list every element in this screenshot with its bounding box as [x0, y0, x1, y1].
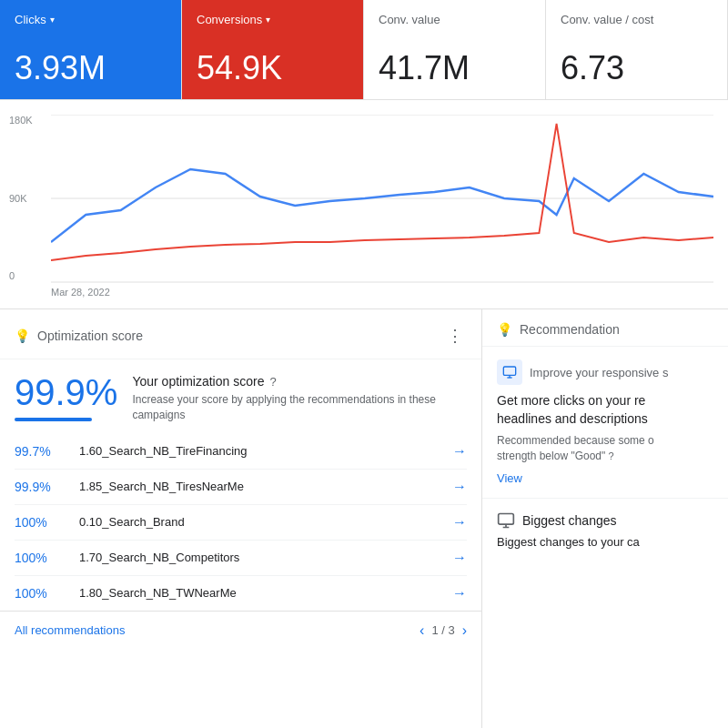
blue-line [51, 169, 713, 242]
rec-card-subtitle: Recommended because some ostrength below… [497, 433, 713, 464]
campaign-name: 1.80_Search_NB_TWNearMe [79, 586, 438, 600]
chart-x-label: Mar 28, 2022 [51, 287, 713, 298]
campaign-arrow-icon[interactable]: → [452, 585, 467, 602]
clicks-label: Clicks ▾ [15, 13, 167, 26]
rec-card-title: Get more clicks on your reheadlines and … [497, 392, 713, 428]
campaign-row[interactable]: 100%1.80_Search_NB_TWNearMe→ [15, 576, 467, 611]
conv-value-cost-label: Conv. value / cost [561, 13, 713, 26]
clicks-value: 3.93M [15, 50, 167, 86]
opt-score-container: 99.9% [15, 374, 117, 421]
campaign-score: 100% [15, 586, 65, 601]
y-label-bot: 0 [9, 270, 33, 281]
opt-score-title: Your optimization score ? [132, 374, 467, 389]
line-chart-svg [51, 115, 713, 283]
metric-clicks[interactable]: Clicks ▾ 3.93M [0, 0, 182, 99]
campaign-row[interactable]: 100%1.70_Search_NB_Competitors→ [15, 541, 467, 576]
conv-value-value: 41.7M [379, 50, 531, 86]
opt-more-options-button[interactable]: ⋮ [443, 322, 467, 349]
metrics-bar: Clicks ▾ 3.93M Conversions ▾ 54.9K Conv.… [0, 0, 728, 100]
opt-score-description: Your optimization score ? Increase your … [132, 374, 467, 423]
bulb-icon: 💡 [15, 329, 30, 343]
svg-rect-3 [503, 367, 515, 375]
pagination-text: 1 / 3 [431, 623, 454, 637]
pagination-controls: ‹ 1 / 3 › [420, 622, 467, 639]
opt-score-bar-bg [15, 418, 92, 421]
chart-container: 180K 90K 0 Mar 28, 2022 [0, 100, 728, 309]
svg-rect-6 [499, 513, 514, 524]
recommendation-panel: 💡 Recommendation Improve your responsive… [482, 309, 728, 728]
rec-bulb-icon: 💡 [497, 322, 512, 337]
chart-y-labels: 180K 90K 0 [9, 115, 33, 281]
chart-area [51, 115, 713, 283]
campaign-name: 0.10_Search_Brand [79, 515, 438, 529]
next-page-button[interactable]: › [462, 622, 467, 639]
rec-card-type: Improve your responsive s [530, 366, 668, 379]
conversions-label: Conversions ▾ [197, 13, 349, 26]
clicks-chevron-icon: ▾ [50, 15, 55, 25]
campaign-score: 100% [15, 551, 65, 565]
campaign-arrow-icon[interactable]: → [452, 443, 467, 460]
all-recommendations-bar: All recommendations ‹ 1 / 3 › [0, 611, 481, 650]
campaign-score: 100% [15, 515, 65, 530]
help-icon: ? [269, 375, 276, 389]
campaign-row[interactable]: 99.9%1.85_Search_NB_TiresNearMe→ [15, 470, 467, 505]
rec-card: Improve your responsive s Get more click… [482, 347, 728, 499]
opt-section-title: Optimization score [37, 329, 143, 343]
optimization-panel: 💡 Optimization score ⋮ 99.9% Your optimi… [0, 309, 482, 728]
conv-value-label: Conv. value [379, 13, 531, 26]
campaign-score: 99.7% [15, 444, 65, 459]
y-label-top: 180K [9, 115, 33, 126]
campaign-score: 99.9% [15, 480, 65, 494]
opt-header-left: 💡 Optimization score [15, 329, 143, 343]
rec-panel-header: 💡 Recommendation [482, 309, 728, 347]
conversions-chevron-icon: ▾ [266, 15, 270, 25]
metric-conv-value-cost: Conv. value / cost 6.73 [546, 0, 728, 99]
campaign-name: 1.60_Search_NB_TireFinancing [79, 444, 438, 458]
clicks-label-text: Clicks [15, 13, 46, 26]
prev-page-button[interactable]: ‹ [420, 622, 424, 639]
conversions-label-text: Conversions [197, 13, 262, 26]
conversions-value: 54.9K [197, 50, 349, 86]
opt-score-bar-wrap [15, 418, 117, 421]
y-label-mid: 90K [9, 193, 33, 204]
all-recommendations-link[interactable]: All recommendations [15, 623, 125, 637]
metric-conversions[interactable]: Conversions ▾ 54.9K [182, 0, 364, 99]
opt-score-section: 99.9% Your optimization score ? Increase… [0, 359, 481, 434]
rec-help-icon: ? [609, 450, 614, 461]
opt-panel-header: 💡 Optimization score ⋮ [0, 309, 481, 359]
metric-conv-value: Conv. value 41.7M [364, 0, 546, 99]
campaign-name: 1.70_Search_NB_Competitors [79, 551, 438, 564]
changes-icon [497, 511, 515, 530]
opt-score-subtitle: Increase your score by applying the reco… [132, 392, 467, 423]
campaign-row[interactable]: 99.7%1.60_Search_NB_TireFinancing→ [15, 434, 467, 470]
biggest-changes-subtitle: Biggest changes to your ca [497, 535, 713, 549]
rec-section-title: Recommendation [520, 322, 620, 337]
biggest-changes-title: Biggest changes [522, 513, 617, 528]
ad-icon [497, 359, 522, 385]
biggest-changes-header: Biggest changes [497, 511, 713, 530]
rec-view-link[interactable]: View [497, 471, 713, 485]
campaign-name: 1.85_Search_NB_TiresNearMe [79, 480, 438, 493]
campaign-arrow-icon[interactable]: → [452, 550, 467, 566]
opt-score-bar-fill [15, 418, 92, 421]
conv-value-cost-value: 6.73 [561, 50, 713, 86]
opt-score-value: 99.9% [15, 374, 117, 410]
rec-card-header: Improve your responsive s [497, 359, 713, 385]
campaign-list: 99.7%1.60_Search_NB_TireFinancing→99.9%1… [0, 434, 481, 611]
campaign-arrow-icon[interactable]: → [452, 514, 467, 531]
biggest-changes-section: Biggest changes Biggest changes to your … [482, 499, 728, 561]
bottom-panels: 💡 Optimization score ⋮ 99.9% Your optimi… [0, 309, 728, 728]
campaign-row[interactable]: 100%0.10_Search_Brand→ [15, 505, 467, 541]
campaign-arrow-icon[interactable]: → [452, 479, 467, 495]
